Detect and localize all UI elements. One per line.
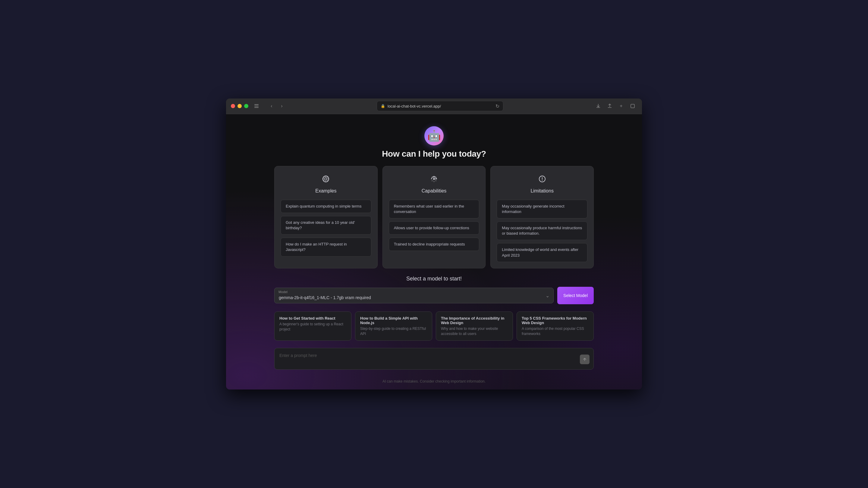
blog-card-title-2: The Importance of Accessibility in Web D…	[441, 316, 508, 325]
examples-items: Explain quantum computing in simple term…	[281, 200, 371, 257]
download-button[interactable]	[594, 101, 603, 110]
blog-card-0[interactable]: How to Get Started with React A beginner…	[274, 312, 351, 341]
blog-card-desc-2: Why and how to make your website accessi…	[441, 326, 508, 336]
examples-card-header: Examples	[281, 175, 371, 194]
address-bar[interactable]: 🔒 local-ai-chat-bot-vc.vercel.app/ ↻	[377, 101, 503, 111]
share-button[interactable]	[605, 101, 614, 110]
blog-card-3[interactable]: Top 5 CSS Frameworks for Modern Web Desi…	[517, 312, 594, 341]
capability-item-3[interactable]: Trained to decline inappropriate request…	[389, 238, 479, 251]
limitation-item-3[interactable]: Limited knowledge of world and events af…	[497, 243, 587, 262]
blog-card-desc-3: A comparison of the most popular CSS fra…	[522, 326, 589, 336]
model-section-title: Select a model to start!	[406, 275, 462, 282]
limitations-icon	[538, 175, 547, 185]
limitation-item-2[interactable]: May occasionally produce harmful instruc…	[497, 221, 587, 240]
svg-rect-0	[254, 104, 258, 105]
model-section: Select a model to start! Model gemma-2b-…	[274, 275, 594, 304]
examples-icon	[321, 175, 330, 185]
blog-card-title-0: How to Get Started with React	[279, 316, 346, 321]
model-select[interactable]: gemma-2b-it-q4f16_1-MLC - 1.7gb vram req…	[274, 288, 554, 303]
lock-icon: 🔒	[381, 104, 385, 108]
limitation-item-1[interactable]: May occasionally generate incorrect info…	[497, 200, 587, 218]
browser-chrome: ‹ › 🔒 local-ai-chat-bot-vc.vercel.app/ ↻…	[226, 98, 642, 114]
new-tab-button[interactable]: +	[617, 101, 626, 110]
prompt-section	[274, 348, 594, 371]
capabilities-items: Remembers what user said earlier in the …	[389, 200, 479, 251]
avatar: 🤖	[424, 126, 444, 145]
tabs-button[interactable]	[628, 101, 637, 110]
browser-nav: ‹ ›	[267, 101, 286, 110]
capability-item-1[interactable]: Remembers what user said earlier in the …	[389, 200, 479, 218]
capabilities-card-header: Capabilities	[389, 175, 479, 194]
blog-card-title-3: Top 5 CSS Frameworks for Modern Web Desi…	[522, 316, 589, 325]
page-content: 🤖 How can I help you today?	[226, 114, 642, 390]
examples-card: Examples Explain quantum computing in si…	[274, 166, 378, 268]
blog-cards: How to Get Started with React A beginner…	[274, 312, 594, 341]
example-item-2[interactable]: Got any creative ideas for a 10 year old…	[281, 216, 371, 235]
blog-card-2[interactable]: The Importance of Accessibility in Web D…	[436, 312, 513, 341]
blog-card-desc-1: Step-by-step guide to creating a RESTful…	[360, 326, 427, 336]
reload-button[interactable]: ↻	[495, 103, 499, 109]
capabilities-card-title: Capabilities	[422, 188, 447, 194]
blog-card-1[interactable]: How to Build a Simple API with Node.js S…	[355, 312, 432, 341]
content-wrapper: 🤖 How can I help you today?	[274, 126, 594, 384]
url-text: local-ai-chat-bot-vc.vercel.app/	[388, 104, 441, 108]
example-item-1[interactable]: Explain quantum computing in simple term…	[281, 200, 371, 213]
examples-card-title: Examples	[315, 188, 336, 194]
blog-card-desc-0: A beginner's guide to setting up a React…	[279, 322, 346, 332]
limitations-card-title: Limitations	[530, 188, 553, 194]
header: 🤖 How can I help you today?	[382, 126, 486, 159]
capabilities-icon	[430, 175, 438, 185]
svg-rect-3	[631, 104, 634, 108]
browser-actions: +	[594, 101, 637, 110]
traffic-lights	[231, 104, 248, 108]
forward-button[interactable]: ›	[277, 101, 286, 110]
page-title: How can I help you today?	[382, 149, 486, 159]
select-model-button[interactable]: Select Model	[557, 287, 594, 304]
limitations-card: Limitations May occasionally generate in…	[490, 166, 594, 268]
model-selector-row: Model gemma-2b-it-q4f16_1-MLC - 1.7gb vr…	[274, 287, 594, 304]
minimize-button[interactable]	[238, 104, 242, 108]
blog-card-title-1: How to Build a Simple API with Node.js	[360, 316, 427, 325]
address-bar-container: 🔒 local-ai-chat-bot-vc.vercel.app/ ↻	[290, 101, 590, 111]
back-button[interactable]: ‹	[267, 101, 276, 110]
example-item-3[interactable]: How do I make an HTTP request in Javascr…	[281, 238, 371, 256]
prompt-input[interactable]	[274, 348, 594, 369]
send-button[interactable]	[580, 355, 590, 364]
svg-rect-1	[254, 106, 258, 106]
close-button[interactable]	[231, 104, 235, 108]
capabilities-card: Capabilities Remembers what user said ea…	[382, 166, 486, 268]
limitations-card-header: Limitations	[497, 175, 587, 194]
sidebar-toggle-button[interactable]	[252, 101, 261, 110]
limitations-items: May occasionally generate incorrect info…	[497, 200, 587, 262]
svg-rect-2	[254, 107, 258, 108]
model-select-wrapper: Model gemma-2b-it-q4f16_1-MLC - 1.7gb vr…	[274, 288, 554, 303]
browser-window: ‹ › 🔒 local-ai-chat-bot-vc.vercel.app/ ↻…	[226, 98, 642, 390]
cards-grid: Examples Explain quantum computing in si…	[274, 166, 594, 268]
capability-item-2[interactable]: Allows user to provide follow-up correct…	[389, 221, 479, 235]
footer-note: AI can make mistakes. Consider checking …	[382, 379, 486, 384]
fullscreen-button[interactable]	[244, 104, 248, 108]
